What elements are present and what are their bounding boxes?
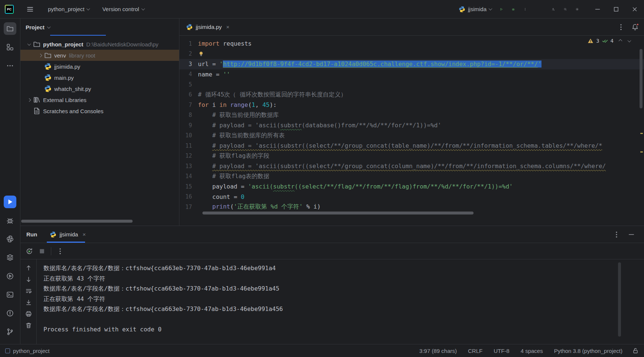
editor-horizontal-scrollbar[interactable] [202, 212, 474, 214]
tree-item-jjsimida-py[interactable]: jjsimida.py [20, 61, 179, 72]
minimize-button[interactable] [588, 0, 607, 19]
soft-wrap-icon[interactable] [25, 288, 32, 294]
project-widget-button[interactable]: python_project [44, 4, 93, 14]
print-icon[interactable] [25, 311, 32, 317]
settings-gear-icon[interactable] [573, 6, 581, 13]
prev-problem-chevron-icon[interactable] [619, 39, 622, 43]
python-icon [50, 231, 56, 238]
run-panel-title[interactable]: Run [20, 231, 47, 238]
search-everywhere-icon[interactable] [562, 6, 569, 13]
close-button[interactable] [625, 0, 644, 19]
tree-item-main-py[interactable]: main.py [20, 72, 179, 83]
status-project-widget[interactable]: python_project [5, 348, 49, 354]
run-tool-icon[interactable] [4, 196, 16, 208]
code-line-1[interactable]: 1import requests [179, 39, 644, 49]
code-line-7[interactable]: 7for i in range(1, 45): [179, 100, 644, 110]
editor-more-icon[interactable] [617, 23, 625, 31]
down-stacktrace-icon[interactable] [25, 276, 32, 283]
run-anything-icon[interactable] [4, 270, 16, 282]
code-line-12[interactable]: 12 # 获取flag表的字段 [179, 151, 644, 161]
code-line-5[interactable]: 5 [179, 79, 644, 90]
tree-item-scratches-and-consoles[interactable]: Scratches and Consoles [20, 105, 179, 117]
code-line-10[interactable]: 10 # 获取当前数据库的所有表 [179, 131, 644, 141]
version-control-icon[interactable] [4, 325, 16, 338]
run-toolbar [20, 243, 644, 259]
main-menu-icon[interactable] [26, 6, 34, 13]
run-tab-close-icon[interactable]: × [81, 231, 87, 238]
status-item[interactable]: Python 3.8 (python_project) [554, 348, 622, 354]
services-icon[interactable] [4, 251, 16, 264]
editor-vertical-scrollbar[interactable] [640, 36, 643, 226]
code-line-11[interactable]: 11 # payload = 'ascii(substr((select/**/… [179, 141, 644, 151]
code-line-16[interactable]: 16 count = 0 [179, 192, 644, 202]
tree-item-label: main.py [54, 75, 74, 81]
tab-close-icon[interactable]: × [225, 24, 231, 30]
code-line-13[interactable]: 13 # payload = 'ascii(substr((select/**/… [179, 161, 644, 171]
project-panel-header[interactable]: Project [20, 19, 179, 36]
python-icon [459, 6, 465, 13]
code-line-4[interactable]: 4name = '' [179, 69, 644, 80]
code-line-17[interactable]: 17 print('正在获取第 %d 个字符' % i) [179, 202, 644, 212]
scroll-to-end-icon[interactable] [25, 299, 32, 306]
warning-stripe-mark[interactable] [640, 151, 643, 153]
console-more-icon[interactable] [56, 248, 64, 255]
python-packages-icon[interactable] [4, 233, 16, 245]
problems-icon[interactable] [4, 307, 16, 320]
warning-stripe-mark[interactable] [640, 133, 643, 134]
notification-badge [636, 23, 639, 26]
code-line-6[interactable]: 6# 循环45次（ 循环次数按照返回的字符串长度自定义） [179, 90, 644, 100]
tree-item-label: python_project [43, 41, 83, 48]
notifications-bell-icon[interactable] [631, 23, 639, 31]
code-line-2[interactable]: 2 [179, 49, 644, 59]
editor-tab-jjsimida[interactable]: jjsimida.py × [179, 19, 235, 35]
tree-item-venv[interactable]: venvlibrary root [20, 50, 179, 61]
console-scrollbar[interactable] [618, 262, 621, 337]
structure-icon[interactable] [4, 41, 16, 53]
code-editor[interactable]: 1import requests23url = 'http://9d1bf0f8… [179, 36, 644, 226]
run-configuration-selector[interactable]: jjsimida [455, 4, 495, 15]
clear-console-icon[interactable] [25, 322, 32, 329]
debug-button[interactable] [510, 6, 517, 13]
run-panel-minimize-icon[interactable] [628, 231, 635, 238]
project-folder-icon[interactable] [4, 22, 16, 35]
code-line-8[interactable]: 8 # 获取当前使用的数据库 [179, 110, 644, 121]
status-item[interactable]: UTF-8 [494, 348, 510, 354]
chevron-down-icon [87, 7, 90, 10]
tool-window-widget-icon [5, 348, 10, 353]
stop-button[interactable] [38, 248, 46, 255]
tree-item-external-libraries[interactable]: External Libraries [20, 94, 179, 105]
chevron-down-icon [47, 25, 51, 29]
code-line-3[interactable]: 3url = 'http://9d1bf0f8-9f4f-4cd2-bd17-a… [179, 59, 644, 69]
lock-open-icon[interactable] [632, 347, 639, 354]
run-tab-jjsimida[interactable]: jjsimida × [47, 226, 90, 243]
tree-item-python-project[interactable]: python_projectD:\BaiduNetdiskDownload\py [20, 39, 179, 50]
next-problem-chevron-icon[interactable] [628, 39, 631, 42]
rerun-button[interactable] [26, 248, 33, 255]
python-icon [44, 63, 52, 70]
tree-item-label: External Libraries [43, 97, 87, 103]
code-line-9[interactable]: 9 # payload = 'ascii(substr(database()fr… [179, 120, 644, 131]
code-line-14[interactable]: 14 # 获取flag表的数据 [179, 171, 644, 182]
tree-item-annotation: D:\BaiduNetdiskDownload\py [86, 41, 158, 48]
line-number: 1 [179, 40, 198, 47]
debug-tool-icon[interactable] [4, 214, 16, 227]
intention-lightbulb-icon[interactable] [198, 51, 204, 57]
terminal-icon[interactable] [4, 288, 16, 301]
status-item[interactable]: CRLF [468, 348, 482, 354]
vcs-widget-button[interactable]: Version control [98, 4, 148, 14]
line-number: 16 [179, 193, 198, 200]
more-tool-windows-icon[interactable] [4, 59, 16, 72]
more-actions-icon[interactable] [521, 6, 529, 13]
status-item[interactable]: 4 spaces [521, 348, 543, 354]
line-number: 8 [179, 112, 198, 118]
maximize-button[interactable] [607, 0, 625, 19]
folder-icon [44, 52, 52, 59]
status-item[interactable]: 3:97 (89 chars) [419, 348, 457, 354]
tree-item-whatch-shit-py[interactable]: whatch_shit.py [20, 83, 179, 94]
run-button[interactable] [498, 6, 505, 13]
project-horizontal-scrollbar[interactable] [21, 220, 133, 223]
code-with-me-icon[interactable] [550, 6, 557, 13]
code-line-15[interactable]: 15 payload = 'ascii(substr((select/**/fl… [179, 181, 644, 192]
run-panel-more-icon[interactable] [613, 231, 620, 238]
up-stacktrace-icon[interactable] [25, 265, 32, 271]
